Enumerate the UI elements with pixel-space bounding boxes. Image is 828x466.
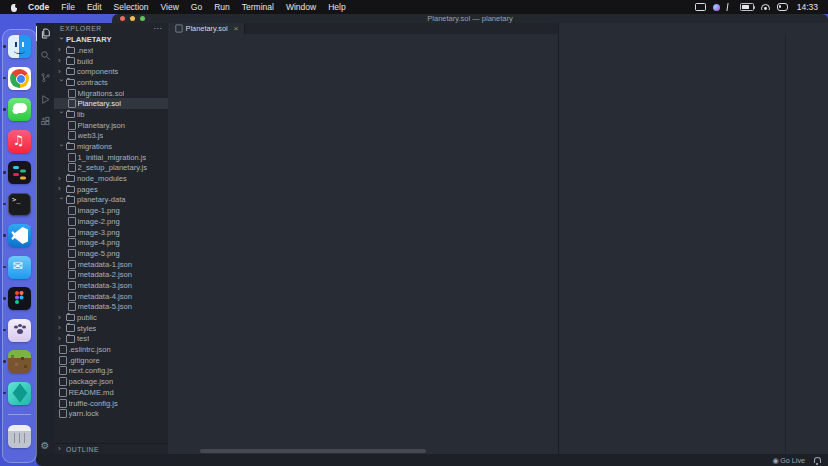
- explorer-actions-icon[interactable]: ⋯: [153, 24, 162, 33]
- dock-item-slack[interactable]: [8, 161, 31, 184]
- menu-file[interactable]: File: [55, 2, 81, 12]
- tree-item-build[interactable]: ›build: [54, 56, 168, 67]
- extensions-icon[interactable]: [36, 114, 54, 129]
- window-zoom-button[interactable]: [140, 16, 145, 21]
- battery-icon[interactable]: [740, 3, 754, 11]
- menu-help[interactable]: Help: [322, 2, 351, 12]
- window-minimize-button[interactable]: [130, 16, 135, 21]
- tab-planetary-sol[interactable]: Planetary.sol×: [168, 23, 245, 34]
- tree-item-components[interactable]: ›components: [54, 66, 168, 77]
- file-icon: [68, 260, 76, 269]
- tree-item-1-initial-migration-js[interactable]: 1_initial_migration.js: [54, 152, 168, 163]
- tree-item--gitignore[interactable]: .gitignore: [54, 355, 168, 366]
- tree-item-planetary-json[interactable]: Planetary.json: [54, 120, 168, 131]
- tree-item-image-2-png[interactable]: image-2.png: [54, 216, 168, 227]
- dock-item-mail[interactable]: [8, 256, 31, 279]
- tree-item-contracts[interactable]: ›contracts: [54, 77, 168, 88]
- dock-item-chrome[interactable]: [8, 67, 31, 90]
- minimap[interactable]: [543, 44, 557, 45]
- tree-item-readme-md[interactable]: README.md: [54, 387, 168, 398]
- dock-item-trash[interactable]: [8, 425, 31, 448]
- tree-item-planetary-data[interactable]: ›planetary-data: [54, 195, 168, 206]
- tree-item-pages[interactable]: ›pages: [54, 184, 168, 195]
- menu-view[interactable]: View: [155, 2, 185, 12]
- stage-manager-icon[interactable]: [695, 3, 706, 11]
- tree-item-migrations[interactable]: ›migrations: [54, 141, 168, 152]
- menu-code[interactable]: Code: [22, 2, 55, 12]
- trash-icon: [8, 425, 31, 448]
- dock-item-ipfs[interactable]: [8, 382, 31, 405]
- code-editor[interactable]: [168, 42, 558, 454]
- tree-item-metadata-4-json[interactable]: metadata-4.json: [54, 291, 168, 302]
- tree-item-lib[interactable]: ›lib: [54, 109, 168, 120]
- gear-icon[interactable]: ⚙: [41, 441, 50, 451]
- dock-item-music[interactable]: [8, 130, 31, 153]
- tree-item-styles[interactable]: ›styles: [54, 323, 168, 334]
- tab-label: Planetary.sol: [186, 24, 228, 33]
- dock-item-finder[interactable]: [8, 35, 31, 58]
- menu-selection[interactable]: Selection: [108, 2, 155, 12]
- tree-item-metadata-1-json[interactable]: metadata-1.json: [54, 259, 168, 270]
- tree-item-label: web3.js: [78, 131, 104, 140]
- source-control-icon[interactable]: [36, 70, 54, 85]
- dock-item-minecraft[interactable]: [8, 350, 31, 373]
- tree-item-image-1-png[interactable]: image-1.png: [54, 205, 168, 216]
- vscode-window: Planetary.sol — planetary ⚙ EXPLORER ⋯ ›…: [36, 14, 828, 466]
- go-live-button[interactable]: ◉Go Live: [772, 456, 805, 465]
- chevron-down-icon: ›: [57, 197, 65, 203]
- wifi-icon[interactable]: [761, 4, 770, 10]
- menu-bar-clock[interactable]: 14:33: [797, 2, 818, 12]
- tree-item-metadata-2-json[interactable]: metadata-2.json: [54, 269, 168, 280]
- tree-item-test[interactable]: ›test: [54, 334, 168, 345]
- horizontal-scrollbar[interactable]: [200, 449, 426, 453]
- tree-item-2-setup-planetary-js[interactable]: 2_setup_planetary.js: [54, 163, 168, 174]
- tree-item-package-json[interactable]: package.json: [54, 376, 168, 387]
- tree-item-metadata-3-json[interactable]: metadata-3.json: [54, 280, 168, 291]
- outline-section[interactable]: › OUTLINE: [54, 443, 168, 454]
- dock-item-messages[interactable]: [8, 98, 31, 121]
- tree-item-image-3-png[interactable]: image-3.png: [54, 227, 168, 238]
- tree-item-image-4-png[interactable]: image-4.png: [54, 237, 168, 248]
- terminal-output[interactable]: [559, 35, 785, 454]
- tree-item-label: 1_initial_migration.js: [78, 153, 147, 162]
- files-icon[interactable]: [36, 26, 54, 41]
- bluetooth-icon[interactable]: [726, 3, 733, 11]
- close-icon[interactable]: ×: [234, 24, 239, 33]
- tree-item-node-modules[interactable]: ›node_modules: [54, 173, 168, 184]
- tree-item-metadata-5-json[interactable]: metadata-5.json: [54, 302, 168, 313]
- tree-item-image-5-png[interactable]: image-5.png: [54, 248, 168, 259]
- tree-item-web3-js[interactable]: web3.js: [54, 131, 168, 142]
- window-title-bar[interactable]: Planetary.sol — planetary: [112, 14, 828, 23]
- apple-menu-icon[interactable]: [10, 3, 18, 12]
- tree-item-yarn-lock[interactable]: yarn.lock: [54, 408, 168, 419]
- tree-item-next-config-js[interactable]: next.config.js: [54, 366, 168, 377]
- mail-icon: [8, 256, 31, 279]
- tree-item--next[interactable]: ›.next: [54, 45, 168, 56]
- dock-item-paw-app[interactable]: [8, 319, 31, 342]
- dock-item-vs-code[interactable]: [8, 224, 31, 247]
- desktop: { "menubar": { "items": ["Code", "File",…: [0, 0, 828, 466]
- dock-item-figma[interactable]: [8, 287, 31, 310]
- control-center-icon[interactable]: [777, 3, 788, 11]
- search-icon[interactable]: [36, 48, 54, 63]
- window-close-button[interactable]: [120, 16, 125, 21]
- run-debug-icon[interactable]: [36, 92, 54, 107]
- siri-icon[interactable]: [713, 4, 720, 11]
- file-icon: [68, 121, 76, 130]
- macos-menu-bar: CodeFileEditSelectionViewGoRunTerminalWi…: [0, 0, 828, 14]
- menu-go[interactable]: Go: [185, 2, 208, 12]
- menu-terminal[interactable]: Terminal: [236, 2, 280, 12]
- menu-run[interactable]: Run: [208, 2, 236, 12]
- folder-icon: [66, 47, 75, 55]
- dock-item-terminal[interactable]: [8, 193, 31, 216]
- tree-item-planetary-sol[interactable]: Planetary.sol: [54, 98, 168, 109]
- tree-item--eslintrc-json[interactable]: .eslintrc.json: [54, 344, 168, 355]
- menu-edit[interactable]: Edit: [81, 2, 108, 12]
- menu-window[interactable]: Window: [280, 2, 322, 12]
- tree-item-public[interactable]: ›public: [54, 312, 168, 323]
- tree-item-truffle-config-js[interactable]: truffle-config.js: [54, 398, 168, 409]
- notifications-bell-icon[interactable]: [814, 457, 821, 463]
- workspace-root-folder[interactable]: › PLANETARY: [54, 34, 168, 45]
- breadcrumb[interactable]: [168, 34, 558, 42]
- tree-item-migrations-sol[interactable]: Migrations.sol: [54, 88, 168, 99]
